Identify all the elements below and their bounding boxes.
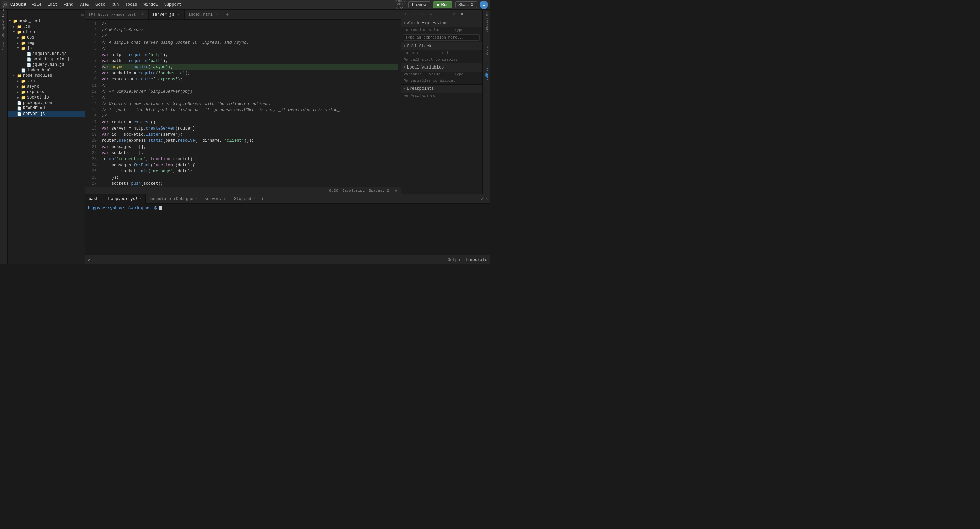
tree-item-package[interactable]: 📄 package.json — [8, 100, 85, 106]
tree-item-readme[interactable]: 📄 README.md — [8, 106, 85, 111]
breakpoints-empty: No breakpoints — [401, 93, 482, 100]
terminal-maximize-btn[interactable]: ⤢ — [481, 196, 484, 202]
tree-item-express[interactable]: ▶ 📁 express — [8, 89, 85, 95]
menu-run[interactable]: Run — [109, 2, 122, 8]
tab-serverjs-close[interactable]: × — [176, 12, 181, 17]
sidebar-collaborate-tab[interactable]: Collaborate — [484, 11, 489, 34]
tree-item-socketio[interactable]: ▶ 📁 socket.io — [8, 95, 85, 100]
output-tab[interactable]: Output — [448, 258, 462, 262]
app-name: Cloud9 — [10, 2, 26, 7]
app-logo[interactable]: ⬡ Cloud9 — [2, 2, 26, 8]
breakpoints-header[interactable]: ▼ Breakpoints — [401, 84, 482, 93]
menu-find[interactable]: Find — [61, 2, 76, 8]
tree-item-node-modules[interactable]: ▼ 📁 node_modules — [8, 73, 85, 78]
watch-expression-input[interactable] — [404, 35, 480, 41]
sidebar-navigate-icon[interactable]: Navigate — [0, 25, 7, 32]
sidebar-commands-icon[interactable]: Commands — [0, 40, 7, 46]
sidebar-workspace-icon[interactable]: Workspace — [0, 11, 7, 18]
immediate-tab[interactable]: Immediate — [465, 258, 487, 262]
watch-col-expression: Expression — [404, 28, 429, 32]
cloud-sync-icon[interactable]: ☁ — [480, 1, 488, 9]
tab-preview[interactable]: [P] https://node-test- × — [85, 10, 149, 20]
local-var-col-variable: Variable — [404, 72, 429, 76]
terminal-content[interactable]: happyberrysboy:~/workspace $ — [85, 204, 490, 255]
code-line-6: var http = require('http'); — [102, 52, 398, 58]
menu-goto[interactable]: Goto — [93, 2, 108, 8]
terminal-add-tab[interactable]: + — [259, 196, 266, 202]
tree-item-bin[interactable]: ▶ 📁 .bin — [8, 78, 85, 84]
local-variables-header[interactable]: ▼ Local Variables — [401, 64, 482, 71]
run-icon: ▶ — [437, 2, 440, 7]
tree-root[interactable]: ▼ 📁 node_test — [8, 18, 85, 24]
watch-expressions-section: ▼ Watch Expressions Expression Value Typ… — [401, 19, 482, 42]
run-button[interactable]: ▶ Run — [433, 2, 452, 8]
tree-item-async[interactable]: ▶ 📁 async — [8, 84, 85, 89]
watch-expressions-content — [401, 33, 482, 42]
tree-item-serverjs[interactable]: 📄 server.js — [8, 111, 85, 117]
memory-widget: MEMORY CPU DISK — [395, 0, 406, 10]
status-language[interactable]: JavaScript — [342, 189, 365, 192]
local-variables-arrow: ▼ — [404, 66, 406, 69]
tree-item-js[interactable]: ▼ 📁 js — [8, 46, 85, 51]
settings-gear-icon[interactable]: ⚙ — [393, 188, 398, 193]
tree-toolbar: ⊞ — [8, 11, 85, 18]
menu-tools[interactable]: Tools — [122, 2, 140, 8]
code-line-21: var io = socketio.listen(server); — [102, 132, 398, 138]
tab-indexhtml[interactable]: index.html × — [185, 10, 223, 20]
call-stack-header[interactable]: ▼ Call Stack — [401, 42, 482, 51]
debug-step-into-btn[interactable]: ↓ — [411, 11, 418, 18]
tree-item-jquery[interactable]: 📄 jquery.min.js — [8, 62, 85, 67]
tree-item-bootstrap[interactable]: 📄 bootstrap.min.js — [8, 57, 85, 62]
call-stack-col-file: File — [442, 51, 480, 55]
tree-item-angular[interactable]: 📄 angular.min.js — [8, 51, 85, 57]
sidebar-debugger-tab[interactable]: Debugger — [484, 64, 489, 82]
code-line-5: // — [102, 46, 398, 52]
sidebar-outline-tab[interactable]: Outline — [484, 41, 489, 57]
share-button[interactable]: Share ⚙ — [455, 2, 477, 8]
code-line-25: var sockets = []; — [102, 150, 398, 156]
terminal-tab-bash-close[interactable]: × — [140, 197, 142, 201]
watch-expressions-header[interactable]: ▼ Watch Expressions — [401, 19, 482, 27]
tree-item-img[interactable]: ▶ 📁 img — [8, 40, 85, 46]
debug-step-over-btn[interactable]: ⟳ — [403, 11, 410, 18]
debug-record-btn[interactable]: ⏺ — [459, 11, 466, 18]
terminal-tab-bash[interactable]: bash - 'happyberrys! × — [85, 194, 146, 204]
breakpoints-section: ▼ Breakpoints No breakpoints — [401, 84, 482, 100]
tab-indexhtml-close[interactable]: × — [215, 12, 220, 17]
terminal-tab-immediate-close[interactable]: × — [196, 197, 197, 201]
status-spaces[interactable]: Spaces: 2 — [369, 189, 389, 192]
terminal-close-btn[interactable]: × — [485, 197, 488, 202]
code-line-9: var async = require('async'); — [102, 64, 398, 70]
terminal-tab-stopped-close[interactable]: × — [253, 197, 255, 201]
debug-step-out-btn[interactable]: ↑ — [419, 11, 426, 18]
tab-add-button[interactable]: + — [223, 12, 232, 17]
tab-serverjs[interactable]: server.js × — [149, 10, 185, 20]
tab-preview-close[interactable]: × — [140, 12, 145, 17]
menu-file[interactable]: File — [29, 2, 45, 8]
line-numbers: 12345 678910 1112131415 1617181920 21222… — [85, 20, 99, 187]
debug-circle-btn[interactable]: ○ — [451, 11, 458, 18]
tree-item-client-index[interactable]: 📄 index.html — [8, 67, 85, 73]
code-line-16: // Creates a new instance of SimpleServe… — [102, 101, 398, 107]
code-line-7: var path = require('path'); — [102, 58, 398, 64]
terminal-container: bash - 'happyberrys! × Immediate (Debugg… — [85, 194, 490, 255]
menu-window[interactable]: Window — [141, 2, 161, 8]
terminal-tab-stopped[interactable]: server.js - Stopped × — [201, 194, 259, 204]
code-content[interactable]: // // # SimpleServer // // A simple chat… — [99, 20, 401, 187]
tree-item-css[interactable]: ▶ 📁 css — [8, 35, 85, 40]
menu-edit[interactable]: Edit — [45, 2, 60, 8]
tree-item-c9[interactable]: ▶ 📁 .c9 — [8, 24, 85, 29]
local-var-col-value: Value — [429, 72, 454, 76]
code-line-14: // ## SimpleServer `SimpleServer(obj)` — [102, 89, 398, 95]
menu-support[interactable]: Support — [162, 2, 184, 8]
tree-toolbar-icon[interactable]: ⊞ — [81, 13, 84, 17]
run-label: Run — [441, 2, 449, 7]
code-editor[interactable]: 12345 678910 1112131415 1617181920 21222… — [85, 20, 401, 187]
tree-item-client[interactable]: ▼ 📁 client — [8, 29, 85, 35]
preview-button[interactable]: Preview — [408, 2, 430, 8]
status-position[interactable]: 9:30 — [329, 189, 338, 192]
menu-bar: ⬡ Cloud9 File Edit Find View Goto Run To… — [0, 0, 490, 10]
menu-view[interactable]: View — [77, 2, 92, 8]
terminal-tab-immediate[interactable]: Immediate (Debugge × — [146, 194, 201, 204]
debug-resume-btn[interactable]: ▶ — [428, 11, 434, 18]
